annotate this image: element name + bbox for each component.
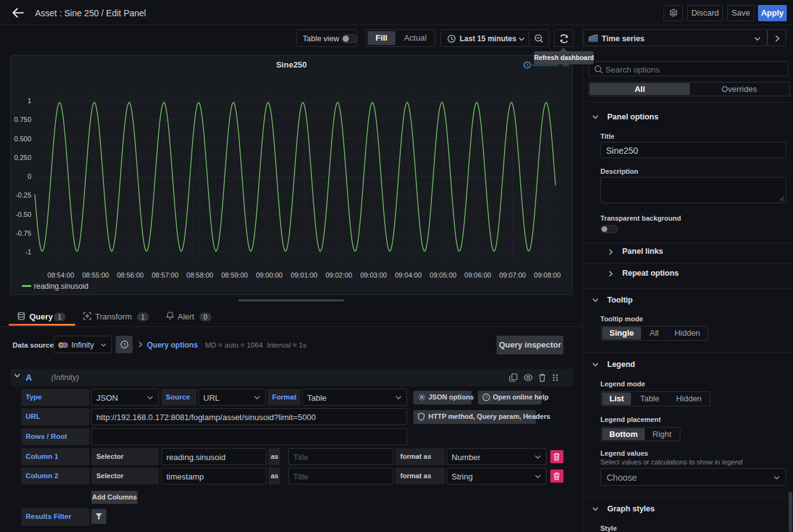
svg-text:0.250: 0.250 — [14, 154, 31, 161]
svg-text:09:03:00: 09:03:00 — [360, 271, 387, 279]
svg-text:reading.sinusoid: reading.sinusoid — [34, 282, 88, 291]
svg-text:0.750: 0.750 — [14, 116, 31, 123]
svg-text:-0.75: -0.75 — [16, 229, 31, 237]
svg-text:0.500: 0.500 — [14, 135, 31, 143]
svg-text:0: 0 — [28, 173, 31, 180]
svg-text:-0.25: -0.25 — [16, 191, 31, 199]
svg-text:08:55:00: 08:55:00 — [82, 271, 109, 279]
svg-text:08:56:00: 08:56:00 — [117, 271, 144, 279]
svg-text:09:00:00: 09:00:00 — [256, 271, 283, 279]
svg-text:09:01:00: 09:01:00 — [291, 271, 318, 279]
svg-text:09:07:00: 09:07:00 — [499, 271, 526, 279]
svg-text:08:54:00: 08:54:00 — [48, 271, 74, 279]
svg-text:?: ? — [485, 394, 488, 400]
svg-text:08:57:00: 08:57:00 — [151, 271, 178, 279]
svg-text:-0.50: -0.50 — [16, 211, 31, 218]
svg-text:09:02:00: 09:02:00 — [325, 271, 352, 279]
svg-text:08:59:00: 08:59:00 — [221, 271, 248, 279]
svg-text:08:58:00: 08:58:00 — [186, 271, 213, 279]
svg-text:09:05:00: 09:05:00 — [430, 271, 457, 279]
svg-text:09:04:00: 09:04:00 — [395, 271, 422, 279]
svg-text:-1: -1 — [25, 248, 31, 256]
svg-text:09:08:00: 09:08:00 — [534, 271, 561, 279]
svg-text:09:06:00: 09:06:00 — [465, 271, 492, 279]
svg-text:?: ? — [123, 342, 126, 348]
svg-text:1: 1 — [28, 97, 31, 104]
